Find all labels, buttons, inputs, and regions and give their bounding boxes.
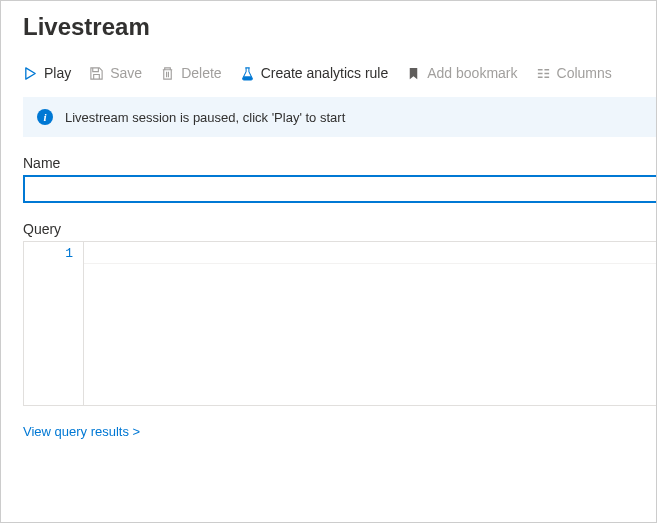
info-message: Livestream session is paused, click 'Pla…	[65, 110, 345, 125]
name-input[interactable]	[23, 175, 656, 203]
create-rule-label: Create analytics rule	[261, 65, 389, 81]
columns-label: Columns	[557, 65, 612, 81]
info-icon: i	[37, 109, 53, 125]
columns-button: Columns	[536, 65, 612, 81]
line-number: 1	[24, 246, 73, 261]
play-icon	[23, 66, 38, 81]
delete-label: Delete	[181, 65, 221, 81]
editor-body[interactable]	[84, 242, 656, 405]
info-bar: i Livestream session is paused, click 'P…	[23, 97, 656, 137]
flask-icon	[240, 66, 255, 81]
play-label: Play	[44, 65, 71, 81]
create-analytics-rule-button[interactable]: Create analytics rule	[240, 65, 389, 81]
toolbar: Play Save Delete Create analytics rule	[23, 65, 656, 81]
query-label: Query	[23, 221, 656, 237]
play-button[interactable]: Play	[23, 65, 71, 81]
save-icon	[89, 66, 104, 81]
save-button: Save	[89, 65, 142, 81]
delete-icon	[160, 66, 175, 81]
editor-gutter: 1	[24, 242, 84, 405]
save-label: Save	[110, 65, 142, 81]
view-query-results-link[interactable]: View query results >	[23, 424, 140, 439]
query-editor[interactable]: 1	[23, 241, 656, 406]
columns-icon	[536, 66, 551, 81]
add-bookmark-label: Add bookmark	[427, 65, 517, 81]
page-title: Livestream	[23, 13, 656, 41]
livestream-panel: Livestream Play Save Delete	[0, 0, 657, 523]
bookmark-icon	[406, 66, 421, 81]
add-bookmark-button: Add bookmark	[406, 65, 517, 81]
name-label: Name	[23, 155, 656, 171]
delete-button: Delete	[160, 65, 221, 81]
